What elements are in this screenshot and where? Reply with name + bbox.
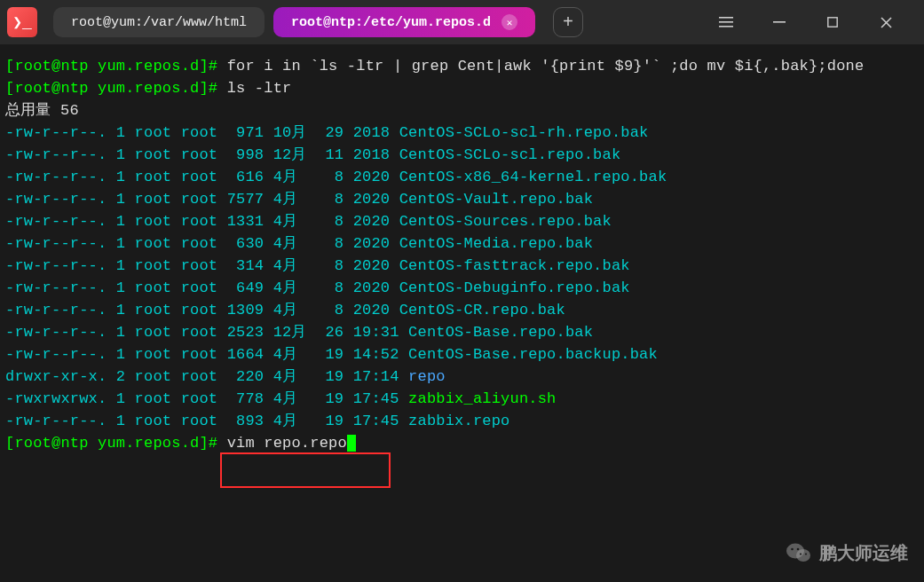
- tab-active[interactable]: root@ntp:/etc/yum.repos.d ✕: [273, 7, 535, 37]
- app-icon[interactable]: ❯_: [7, 7, 37, 37]
- svg-rect-4: [828, 18, 837, 27]
- svg-rect-0: [719, 17, 733, 19]
- maximize-icon: [827, 17, 838, 28]
- titlebar: ❯_ root@yum:/var/www/html root@ntp:/etc/…: [0, 0, 924, 44]
- tab-inactive[interactable]: root@yum:/var/www/html: [53, 7, 265, 37]
- svg-rect-1: [719, 21, 733, 23]
- tab-label: root@yum:/var/www/html: [71, 15, 247, 30]
- svg-point-10: [797, 548, 800, 551]
- menu-button[interactable]: [713, 9, 739, 35]
- tab-label: root@ntp:/etc/yum.repos.d: [291, 15, 491, 30]
- prompt-icon: ❯_: [12, 12, 32, 32]
- watermark-text: 鹏大师运维: [819, 541, 908, 565]
- minimize-button[interactable]: [766, 9, 793, 35]
- wechat-icon: [786, 539, 812, 566]
- watermark: 鹏大师运维: [786, 539, 908, 566]
- svg-rect-2: [719, 26, 733, 28]
- svg-point-11: [800, 553, 802, 554]
- svg-point-12: [805, 553, 807, 554]
- svg-point-9: [791, 548, 794, 551]
- close-icon[interactable]: ✕: [501, 14, 517, 30]
- maximize-button[interactable]: [819, 9, 846, 35]
- window-controls: [713, 9, 917, 35]
- terminal-output[interactable]: [root@ntp yum.repos.d]# for i in `ls -lt…: [0, 44, 924, 460]
- close-icon: [881, 17, 892, 28]
- svg-rect-3: [773, 21, 786, 23]
- tab-strip: root@yum:/var/www/html root@ntp:/etc/yum…: [53, 7, 713, 37]
- terminal-window: ❯_ root@yum:/var/www/html root@ntp:/etc/…: [0, 0, 924, 582]
- svg-point-8: [796, 549, 810, 562]
- new-tab-button[interactable]: +: [553, 7, 583, 37]
- close-button[interactable]: [873, 9, 899, 35]
- minimize-icon: [773, 16, 786, 28]
- hamburger-icon: [719, 16, 733, 28]
